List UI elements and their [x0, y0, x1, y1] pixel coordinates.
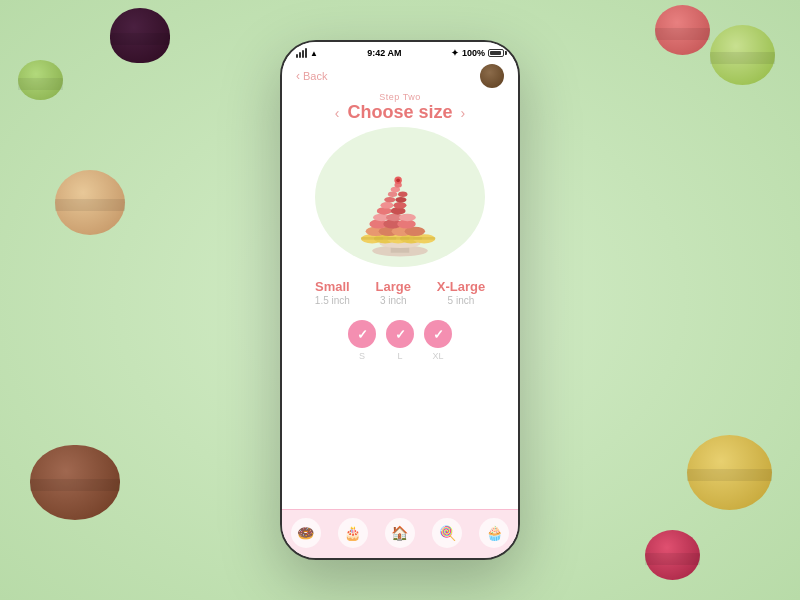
circle-l-label: L: [397, 351, 402, 361]
deco-chocolate-macaron: [30, 445, 120, 520]
back-chevron-icon: ‹: [296, 69, 300, 83]
tab-shop[interactable]: 🏠: [385, 518, 415, 548]
size-small-name: Small: [315, 279, 350, 294]
circle-xl[interactable]: ✓ XL: [424, 320, 452, 361]
svg-point-27: [384, 197, 395, 203]
step-label: Step Two: [296, 92, 504, 102]
status-signal: ▲: [296, 48, 318, 58]
svg-point-22: [399, 214, 416, 221]
deco-raspberry-macaron: [645, 530, 700, 580]
tab-candy[interactable]: 🍭: [432, 518, 462, 548]
size-xlarge-measure: 5 inch: [448, 295, 475, 306]
signal-bars: [296, 48, 307, 58]
deco-green-macaron-top: [710, 25, 775, 85]
status-right: ✦ 100%: [451, 48, 504, 58]
deco-green-macaron-mid: [18, 60, 63, 100]
phone-frame: ▲ 9:42 AM ✦ 100% ‹ Back Step Two ‹ Choos…: [280, 40, 520, 560]
bluetooth-icon: ✦: [451, 48, 459, 58]
next-step-button[interactable]: ›: [461, 105, 466, 121]
circle-xl-check[interactable]: ✓: [424, 320, 452, 348]
size-options: Small 1.5 inch Large 3 inch X-Large 5 in…: [282, 273, 518, 310]
circle-s-label: S: [359, 351, 365, 361]
phone-content: ‹ Back Step Two ‹ Choose size ›: [282, 60, 518, 558]
circle-l[interactable]: ✓ L: [386, 320, 414, 361]
back-button[interactable]: ‹ Back: [296, 69, 327, 83]
deco-tan-macaron: [55, 170, 125, 235]
prev-step-button[interactable]: ‹: [335, 105, 340, 121]
svg-point-25: [381, 202, 394, 209]
circle-s[interactable]: ✓ S: [348, 320, 376, 361]
svg-point-30: [398, 191, 407, 197]
circle-s-check[interactable]: ✓: [348, 320, 376, 348]
battery-fill: [490, 51, 501, 55]
battery-percent: 100%: [462, 48, 485, 58]
svg-rect-12: [413, 237, 435, 240]
bar2: [299, 52, 301, 58]
size-option-xlarge[interactable]: X-Large 5 inch: [437, 279, 485, 306]
battery-icon: [488, 49, 504, 57]
bar3: [302, 50, 304, 58]
bar4: [305, 48, 307, 58]
step-header: Step Two ‹ Choose size ›: [282, 90, 518, 127]
tab-cupcake[interactable]: 🧁: [479, 518, 509, 548]
size-xlarge-name: X-Large: [437, 279, 485, 294]
step-title-row: ‹ Choose size ›: [296, 102, 504, 123]
tab-bar: 🍩 🎂 🏠 🍭 🧁: [282, 509, 518, 558]
step-title: Choose size: [347, 102, 452, 123]
deco-yellow-macaron: [687, 435, 772, 510]
circle-l-check[interactable]: ✓: [386, 320, 414, 348]
status-time: 9:42 AM: [367, 48, 401, 58]
wifi-icon: ▲: [310, 49, 318, 58]
avatar[interactable]: [480, 64, 504, 88]
selection-circles: ✓ S ✓ L ✓ XL: [282, 310, 518, 365]
bar1: [296, 54, 298, 58]
back-label: Back: [303, 70, 327, 82]
product-image-area: [315, 127, 485, 267]
size-option-small[interactable]: Small 1.5 inch: [315, 279, 350, 306]
deco-pink-macaron: [655, 5, 710, 55]
deco-blackberry-macaron: [110, 8, 170, 63]
size-large-name: Large: [376, 279, 411, 294]
svg-point-26: [394, 202, 407, 209]
svg-point-28: [395, 197, 406, 203]
svg-point-34: [396, 178, 400, 182]
size-large-measure: 3 inch: [380, 295, 407, 306]
macaron-tower-image: [340, 132, 460, 262]
size-option-large[interactable]: Large 3 inch: [376, 279, 411, 306]
status-bar: ▲ 9:42 AM ✦ 100%: [282, 42, 518, 60]
circle-xl-label: XL: [432, 351, 443, 361]
tab-home[interactable]: 🍩: [291, 518, 321, 548]
size-small-measure: 1.5 inch: [315, 295, 350, 306]
tab-cake[interactable]: 🎂: [338, 518, 368, 548]
top-nav: ‹ Back: [282, 60, 518, 90]
